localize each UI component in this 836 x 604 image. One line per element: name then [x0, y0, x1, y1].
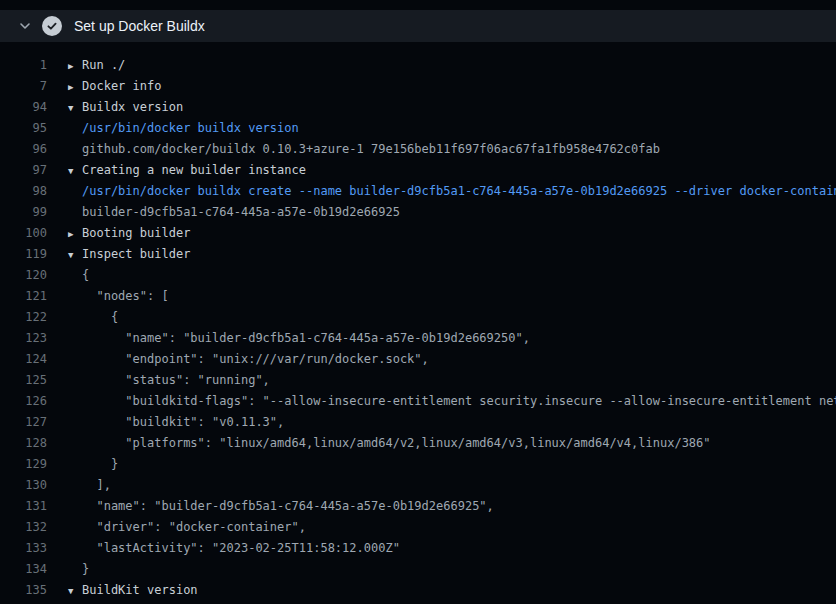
log-line: 1▶Run ./: [0, 55, 836, 76]
line-number[interactable]: 119: [0, 244, 47, 265]
success-check-icon: [42, 16, 62, 36]
log-text: "buildkitd-flags": "--allow-insecure-ent…: [47, 391, 836, 412]
log-line: 120{: [0, 265, 836, 286]
group-toggle[interactable]: ▶Docker info: [47, 76, 161, 97]
line-text: builder-d9cfb5a1-c764-445a-a57e-0b19d2e6…: [82, 205, 400, 219]
line-text: "status": "running",: [82, 373, 270, 387]
log-line: 119▼Inspect builder: [0, 244, 836, 265]
line-text: Booting builder: [82, 226, 190, 240]
step-title: Set up Docker Buildx: [74, 18, 205, 34]
log-text: ],: [47, 475, 111, 496]
line-number[interactable]: 124: [0, 349, 47, 370]
log-line: 131 "name": "builder-d9cfb5a1-c764-445a-…: [0, 496, 836, 517]
log-line: 129 }: [0, 454, 836, 475]
log-text: "lastActivity": "2023-02-25T11:58:12.000…: [47, 538, 400, 559]
line-text: {: [82, 268, 89, 282]
triangle-right-icon: ▶: [68, 77, 82, 98]
line-text: "platforms": "linux/amd64,linux/amd64/v2…: [82, 436, 711, 450]
log-text: "status": "running",: [47, 370, 270, 391]
step-header[interactable]: Set up Docker Buildx: [0, 10, 836, 42]
line-number[interactable]: 123: [0, 328, 47, 349]
log-line: 135▼BuildKit version: [0, 580, 836, 601]
log-line: 122 {: [0, 307, 836, 328]
group-toggle[interactable]: ▼Creating a new builder instance: [47, 160, 306, 181]
line-number[interactable]: 121: [0, 286, 47, 307]
line-number[interactable]: 132: [0, 517, 47, 538]
log-line: 133 "lastActivity": "2023-02-25T11:58:12…: [0, 538, 836, 559]
log-text: {: [47, 265, 89, 286]
log-text: /usr/bin/docker buildx version: [47, 118, 299, 139]
line-number[interactable]: 129: [0, 454, 47, 475]
line-number[interactable]: 126: [0, 391, 47, 412]
line-text: "name": "builder-d9cfb5a1-c764-445a-a57e…: [82, 499, 494, 513]
line-text: Docker info: [82, 79, 161, 93]
line-text: github.com/docker/buildx 0.10.3+azure-1 …: [82, 142, 660, 156]
group-toggle[interactable]: ▶Run ./: [47, 55, 125, 76]
group-toggle[interactable]: ▼Buildx version: [47, 97, 183, 118]
log-line: 132 "driver": "docker-container",: [0, 517, 836, 538]
log-line: 98/usr/bin/docker buildx create --name b…: [0, 181, 836, 202]
line-text: Inspect builder: [82, 247, 190, 261]
line-number[interactable]: 100: [0, 223, 47, 244]
log-line: 124 "endpoint": "unix:///var/run/docker.…: [0, 349, 836, 370]
triangle-down-icon: ▼: [68, 161, 82, 182]
line-number[interactable]: 125: [0, 370, 47, 391]
log-text: "name": "builder-d9cfb5a1-c764-445a-a57e…: [47, 496, 494, 517]
group-toggle[interactable]: ▼BuildKit version: [47, 580, 198, 601]
line-number[interactable]: 131: [0, 496, 47, 517]
line-text: /usr/bin/docker buildx version: [82, 121, 299, 135]
log-text: }: [47, 454, 118, 475]
triangle-down-icon: ▼: [68, 98, 82, 119]
chevron-down-icon[interactable]: [18, 19, 32, 33]
line-number[interactable]: 98: [0, 181, 47, 202]
line-number[interactable]: 7: [0, 76, 47, 97]
triangle-right-icon: ▶: [68, 56, 82, 77]
line-text: "endpoint": "unix:///var/run/docker.sock…: [82, 352, 429, 366]
triangle-right-icon: ▶: [68, 224, 82, 245]
line-number[interactable]: 135: [0, 580, 47, 601]
log-line: 123 "name": "builder-d9cfb5a1-c764-445a-…: [0, 328, 836, 349]
line-number[interactable]: 99: [0, 202, 47, 223]
line-number[interactable]: 1: [0, 55, 47, 76]
log-line: 97▼Creating a new builder instance: [0, 160, 836, 181]
log-viewer: 1▶Run ./7▶Docker info94▼Buildx version95…: [0, 42, 836, 604]
line-text: Run ./: [82, 58, 125, 72]
log-lines: 1▶Run ./7▶Docker info94▼Buildx version95…: [0, 55, 836, 604]
line-number[interactable]: 95: [0, 118, 47, 139]
line-number[interactable]: 120: [0, 265, 47, 286]
line-number[interactable]: 122: [0, 307, 47, 328]
line-text: "driver": "docker-container",: [82, 520, 306, 534]
log-line: 96github.com/docker/buildx 0.10.3+azure-…: [0, 139, 836, 160]
triangle-down-icon: ▼: [68, 245, 82, 266]
log-text: "platforms": "linux/amd64,linux/amd64/v2…: [47, 433, 711, 454]
line-text: {: [82, 310, 118, 324]
line-number[interactable]: 94: [0, 97, 47, 118]
line-text: "nodes": [: [82, 289, 169, 303]
log-line: 134}: [0, 559, 836, 580]
log-line: 94▼Buildx version: [0, 97, 836, 118]
log-text: "buildkit": "v0.11.3",: [47, 412, 284, 433]
line-text: Creating a new builder instance: [82, 163, 306, 177]
line-text: BuildKit version: [82, 583, 198, 597]
log-line: 7▶Docker info: [0, 76, 836, 97]
line-text: }: [82, 562, 89, 576]
log-text: "driver": "docker-container",: [47, 517, 306, 538]
line-number[interactable]: 133: [0, 538, 47, 559]
log-line: 99builder-d9cfb5a1-c764-445a-a57e-0b19d2…: [0, 202, 836, 223]
line-number[interactable]: 134: [0, 559, 47, 580]
triangle-down-icon: ▼: [68, 581, 82, 602]
line-text: ],: [82, 478, 111, 492]
log-line: 130 ],: [0, 475, 836, 496]
group-toggle[interactable]: ▶Booting builder: [47, 223, 190, 244]
line-number[interactable]: 96: [0, 139, 47, 160]
log-line: 95/usr/bin/docker buildx version: [0, 118, 836, 139]
line-number[interactable]: 130: [0, 475, 47, 496]
line-number[interactable]: 97: [0, 160, 47, 181]
group-toggle[interactable]: ▼Inspect builder: [47, 244, 190, 265]
line-number[interactable]: 127: [0, 412, 47, 433]
line-text: "lastActivity": "2023-02-25T11:58:12.000…: [82, 541, 400, 555]
log-line: 100▶Booting builder: [0, 223, 836, 244]
log-text: github.com/docker/buildx 0.10.3+azure-1 …: [47, 139, 660, 160]
line-number[interactable]: 128: [0, 433, 47, 454]
line-text: Buildx version: [82, 100, 183, 114]
